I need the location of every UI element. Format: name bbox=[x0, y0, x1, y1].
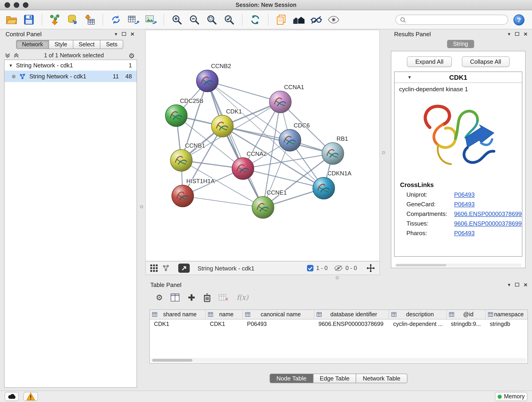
table-cell[interactable]: CDK1 bbox=[150, 321, 206, 327]
table-cell[interactable]: CDK1 bbox=[206, 321, 243, 327]
network-node-ccnb1[interactable] bbox=[171, 149, 192, 172]
table-row[interactable]: CDK1CDK1P064939606.ENSP00000378699cyclin… bbox=[150, 319, 527, 329]
close-panel-icon[interactable]: × bbox=[524, 281, 527, 288]
network-node-ccnb2[interactable] bbox=[196, 70, 218, 92]
zoom-fit-button[interactable] bbox=[205, 13, 219, 27]
refresh-button[interactable] bbox=[248, 13, 262, 27]
export-image-button[interactable] bbox=[144, 13, 158, 27]
column-header-namespace[interactable]: namespace bbox=[486, 310, 528, 319]
network-node-cdc6[interactable] bbox=[279, 129, 301, 151]
search-input[interactable] bbox=[409, 16, 504, 23]
pan-crosshair-icon[interactable] bbox=[366, 264, 375, 273]
tab-network-table[interactable]: Network Table bbox=[356, 374, 407, 383]
table-cell[interactable]: stringdb bbox=[486, 321, 528, 327]
maximize-panel-icon[interactable] bbox=[122, 32, 126, 36]
right-splitter-handle[interactable] bbox=[382, 151, 385, 154]
maximize-panel-icon[interactable] bbox=[515, 283, 519, 287]
results-horizontal-scrollbar[interactable] bbox=[395, 264, 521, 267]
scrollbar-thumb[interactable] bbox=[152, 359, 192, 361]
network-node-ccna1[interactable] bbox=[269, 91, 291, 113]
zoom-selected-button[interactable] bbox=[222, 13, 236, 27]
column-header-@id[interactable]: @id bbox=[447, 310, 486, 319]
network-edge[interactable] bbox=[207, 81, 280, 102]
network-view-icon[interactable] bbox=[162, 264, 170, 272]
column-header-name[interactable]: name bbox=[206, 310, 243, 319]
close-window-button[interactable] bbox=[5, 2, 10, 8]
column-header-description[interactable]: description bbox=[389, 310, 447, 319]
close-panel-icon[interactable]: × bbox=[524, 31, 527, 37]
grid-mode-icon[interactable] bbox=[150, 264, 158, 272]
network-node-ccna2[interactable] bbox=[232, 158, 254, 180]
crosslink-link[interactable]: P06493 bbox=[454, 230, 475, 236]
tab-node-table[interactable]: Node Table bbox=[269, 374, 313, 383]
import-network-table-button[interactable] bbox=[127, 13, 140, 27]
save-session-button[interactable] bbox=[22, 13, 36, 27]
collapse-all-icon[interactable] bbox=[5, 53, 11, 58]
crosslink-link[interactable]: 9606.ENSP00000378699 bbox=[454, 220, 522, 227]
tab-edge-table[interactable]: Edge Table bbox=[313, 374, 356, 383]
network-row-selected[interactable]: String Network - cdk1 11 48 bbox=[5, 70, 137, 82]
maximize-panel-icon[interactable] bbox=[515, 32, 519, 36]
table-settings-gear-icon[interactable]: ⚙ bbox=[156, 294, 163, 301]
zoom-in-button[interactable] bbox=[170, 13, 184, 27]
crosslink-link[interactable]: 9606.ENSP00000378699 bbox=[454, 211, 522, 217]
tab-network[interactable]: Network bbox=[16, 40, 49, 49]
close-panel-icon[interactable]: × bbox=[131, 31, 134, 37]
table-cell[interactable]: cyclin-dependent ... bbox=[389, 321, 447, 327]
tree-expand-icon[interactable]: ▼ bbox=[9, 63, 13, 68]
birdseye-view-button[interactable] bbox=[292, 13, 306, 27]
network-edge[interactable] bbox=[222, 126, 333, 153]
network-node-cdk1[interactable] bbox=[211, 115, 234, 137]
show-details-button[interactable] bbox=[327, 13, 341, 27]
network-view-canvas[interactable]: CCNB2CCNA1CDC25BCDK1CDC6RB1CCNB1CCNA2CDK… bbox=[145, 30, 380, 261]
function-builder-icon[interactable]: f(x) bbox=[237, 293, 248, 302]
expand-all-button[interactable]: Expand All bbox=[407, 56, 452, 67]
crosslink-link[interactable]: P06493 bbox=[454, 191, 475, 198]
network-node-cdc25b[interactable] bbox=[165, 105, 187, 127]
network-edge[interactable] bbox=[183, 196, 263, 207]
network-node-cdkn1a[interactable] bbox=[313, 177, 335, 199]
detach-view-button[interactable] bbox=[178, 264, 190, 273]
maximize-window-button[interactable] bbox=[23, 2, 28, 8]
show-columns-icon[interactable] bbox=[171, 293, 180, 302]
copy-page-button[interactable] bbox=[274, 13, 288, 27]
memory-button[interactable]: Memory bbox=[495, 392, 527, 401]
float-panel-icon[interactable]: ▾ bbox=[115, 32, 117, 36]
column-header-canonical-name[interactable]: canonical name bbox=[243, 310, 314, 319]
cloud-status-button[interactable] bbox=[5, 392, 19, 401]
protein-section-header[interactable]: ▾ CDK1 bbox=[394, 72, 522, 83]
section-collapse-icon[interactable]: ▾ bbox=[408, 74, 411, 80]
collapse-all-button[interactable]: Collapse All bbox=[462, 56, 510, 67]
zoom-out-button[interactable] bbox=[187, 13, 201, 27]
warnings-button[interactable] bbox=[23, 392, 38, 401]
delete-table-icon[interactable] bbox=[219, 293, 229, 302]
network-edge[interactable] bbox=[207, 81, 263, 207]
add-column-icon[interactable] bbox=[188, 293, 196, 302]
table-horizontal-scrollbar[interactable] bbox=[151, 358, 526, 362]
horizontal-splitter-handle[interactable] bbox=[336, 276, 339, 279]
table-cell[interactable]: P06493 bbox=[243, 321, 314, 327]
import-table-button[interactable] bbox=[83, 13, 97, 27]
float-panel-icon[interactable]: ▾ bbox=[508, 282, 510, 287]
network-collection-row[interactable]: ▼ String Network - cdk1 1 bbox=[5, 60, 137, 70]
table-cell[interactable]: stringdb:9... bbox=[447, 321, 486, 327]
help-button[interactable]: ? bbox=[512, 13, 526, 27]
tab-style[interactable]: Style bbox=[49, 40, 73, 49]
delete-column-icon[interactable] bbox=[204, 293, 211, 302]
network-node-ccne1[interactable] bbox=[252, 196, 274, 218]
hidden-eye-slash-icon[interactable] bbox=[334, 265, 343, 271]
network-node-hist1h1a[interactable] bbox=[172, 185, 194, 207]
selected-checkbox-icon[interactable] bbox=[307, 265, 313, 271]
gear-icon[interactable]: ⚙ bbox=[128, 52, 135, 59]
float-panel-icon[interactable]: ▾ bbox=[508, 32, 510, 36]
column-header-shared-name[interactable]: shared name bbox=[150, 310, 206, 319]
tab-select[interactable]: Select bbox=[73, 40, 101, 49]
column-header-database-identifier[interactable]: database identifier bbox=[314, 310, 389, 319]
left-splitter-handle[interactable] bbox=[140, 205, 143, 208]
table-cell[interactable]: 9606.ENSP00000378699 bbox=[314, 321, 389, 327]
import-network-database-button[interactable] bbox=[65, 13, 79, 27]
new-network-button[interactable] bbox=[109, 13, 123, 27]
open-session-button[interactable] bbox=[5, 13, 18, 27]
expand-all-icon[interactable] bbox=[13, 53, 19, 58]
tab-sets[interactable]: Sets bbox=[100, 40, 123, 49]
